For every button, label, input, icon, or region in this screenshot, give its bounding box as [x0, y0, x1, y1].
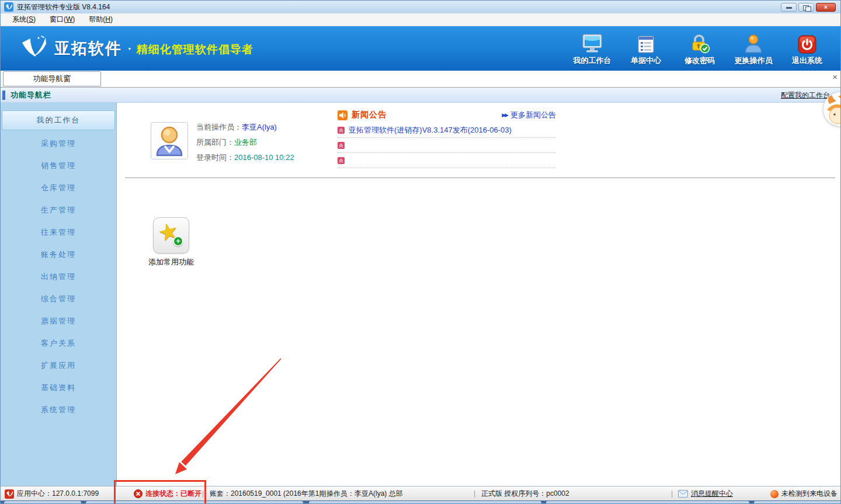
sidebar-item-system[interactable]: 系统管理 — [1, 399, 116, 421]
brand-logo-icon — [20, 36, 47, 61]
avatar-icon — [152, 124, 186, 158]
department-name: 业务部 — [234, 138, 257, 147]
sidebar-item-production[interactable]: 生产管理 — [1, 199, 116, 221]
tab-function-nav[interactable]: 功能导航窗 — [3, 71, 101, 86]
connection-status: 连接状态：已断开 — [145, 486, 201, 501]
device-status-icon — [770, 490, 779, 498]
speaker-icon — [338, 110, 347, 120]
switch-operator-icon — [744, 32, 763, 54]
login-time-row: 登录时间：2016-08-10 10:22 — [196, 150, 294, 165]
section-divider — [125, 178, 835, 178]
nav-bar-title: 功能导航栏 — [11, 90, 51, 100]
window-title: 亚拓管理软件专业版 V8.4.164 — [17, 2, 110, 12]
title-bar: 亚拓管理软件专业版 V8.4.164 × — [1, 1, 840, 13]
separator: | — [319, 486, 321, 501]
document-center-icon — [637, 32, 655, 54]
sidebar-item-comprehensive[interactable]: 综合管理 — [1, 288, 116, 310]
tab-close-icon[interactable]: × — [832, 71, 837, 83]
news-item: 亚拓管理软件(进销存)V8.3.147发布(2016-06-03) — [338, 123, 556, 138]
brand-tagline: 精细化管理软件倡导者 — [137, 40, 253, 57]
device-status: 未检测到来电设备 — [781, 486, 837, 501]
news-item — [338, 138, 556, 153]
news-bullet-icon — [338, 127, 345, 134]
minimize-button[interactable] — [781, 3, 797, 12]
menu-bar: 系统(S) 窗口(W) 帮助(H) — [1, 13, 840, 26]
taskbar-sliver — [1, 500, 840, 504]
separator: | — [671, 486, 673, 501]
taskbar-segment[interactable] — [4, 501, 81, 504]
news-link[interactable]: 亚拓管理软件(进销存)V8.3.147发布(2016-06-03) — [349, 125, 512, 135]
account-set-status: 账套：20160519_0001 (2016年第1期 — [210, 486, 326, 501]
disconnected-icon — [134, 489, 143, 500]
message-center-link[interactable]: 消息提醒中心 — [691, 486, 733, 501]
operator-info: 当前操作员：李亚A(lya) 所属部门：业务部 登录时间：2016-08-10 … — [196, 120, 294, 165]
operator-row: 当前操作员：李亚A(lya) — [196, 120, 294, 135]
double-arrow-icon: ▶▶ — [502, 112, 508, 118]
sidebar-item-accounting[interactable]: 账务处理 — [1, 244, 116, 266]
app-center-status: 应用中心：127.0.0.1:7099 — [17, 486, 99, 501]
sidebar: 我的工作台 采购管理 销售管理 仓库管理 生产管理 往来管理 账务处理 出纳管理… — [1, 103, 117, 486]
taskbar-segment[interactable] — [754, 501, 841, 504]
news-header: 新闻公告 ▶▶ 更多新闻公告 — [338, 107, 556, 123]
operator-status: 操作员：李亚A(lya) 总部 — [326, 486, 403, 501]
separator: | — [202, 486, 204, 501]
change-password-lock-icon — [689, 32, 710, 54]
menu-window[interactable]: 窗口(W) — [44, 13, 81, 26]
news-item — [338, 153, 556, 168]
exit-power-icon — [798, 32, 816, 54]
sidebar-item-contacts[interactable]: 往来管理 — [1, 221, 116, 244]
tool-document-center[interactable]: 单据中心 — [622, 32, 670, 66]
app-center-logo-icon — [5, 489, 14, 500]
tool-exit-system[interactable]: 退出系统 — [783, 32, 831, 66]
login-time: 2016-08-10 10:22 — [234, 153, 294, 162]
close-button[interactable]: × — [816, 3, 836, 12]
envelope-icon — [678, 490, 688, 499]
main-area: 我的工作台 采购管理 销售管理 仓库管理 生产管理 往来管理 账务处理 出纳管理… — [1, 103, 840, 486]
brand: 亚拓软件 · 精细化管理软件倡导者 — [20, 36, 253, 61]
tool-my-workbench[interactable]: 我的工作台 — [568, 32, 616, 66]
sidebar-item-bills[interactable]: 票据管理 — [1, 310, 116, 332]
status-bar: 应用中心：127.0.0.1:7099 连接状态：已断开 | 账套：201605… — [1, 486, 840, 500]
sidebar-item-purchase[interactable]: 采购管理 — [1, 133, 116, 155]
taskbar-segment[interactable] — [86, 501, 303, 504]
tool-switch-operator[interactable]: 更换操作员 — [729, 32, 777, 66]
department-row: 所属部门：业务部 — [196, 135, 294, 150]
menu-system[interactable]: 系统(S) — [6, 13, 41, 26]
operator-name: 李亚A(lya) — [242, 123, 277, 131]
sidebar-item-crm[interactable]: 客户关系 — [1, 332, 116, 354]
sidebar-item-warehouse[interactable]: 仓库管理 — [1, 177, 116, 199]
menu-help[interactable]: 帮助(H) — [83, 13, 119, 26]
news-bullet-icon — [338, 157, 345, 164]
restore-button[interactable] — [798, 3, 814, 12]
header-toolbar: 我的工作台 单据中心 修改密码 更换操作员 — [568, 32, 840, 66]
news-bullet-icon — [338, 142, 345, 149]
sidebar-item-sales[interactable]: 销售管理 — [1, 155, 116, 177]
workspace-content: 当前操作员：李亚A(lya) 所属部门：业务部 登录时间：2016-08-10 … — [117, 103, 840, 486]
plus-badge-icon: + — [173, 236, 183, 246]
tab-strip: 功能导航窗 × — [1, 71, 840, 87]
news-title: 新闻公告 — [352, 110, 387, 120]
add-shortcut-label: 添加常用功能 — [135, 257, 207, 267]
taskbar-segment[interactable] — [309, 501, 541, 504]
application-window: 亚拓管理软件专业版 V8.4.164 × 系统(S) 窗口(W) 帮助(H) 亚… — [0, 0, 841, 504]
operator-avatar — [151, 122, 188, 159]
configure-workbench-link[interactable]: 配置我的工作台 — [781, 91, 830, 100]
brand-name: 亚拓软件 — [54, 38, 122, 59]
sidebar-item-cashier[interactable]: 出纳管理 — [1, 266, 116, 288]
news-panel: 新闻公告 ▶▶ 更多新闻公告 亚拓管理软件(进销存)V8.3.147发布(201… — [338, 107, 556, 168]
separator: | — [474, 486, 475, 501]
more-news-link[interactable]: ▶▶ 更多新闻公告 — [502, 110, 556, 120]
license-status: 正式版 授权序列号：pc0002 — [481, 486, 569, 501]
brand-header: 亚拓软件 · 精细化管理软件倡导者 我的工作台 单据中心 修改密 — [1, 26, 840, 71]
window-controls: × — [781, 3, 840, 12]
sidebar-item-base-data[interactable]: 基础资料 — [1, 377, 116, 399]
tool-change-password[interactable]: 修改密码 — [676, 32, 724, 66]
function-nav-bar: 功能导航栏 配置我的工作台 — [1, 87, 840, 103]
workbench-monitor-icon — [582, 32, 603, 54]
sidebar-item-extensions[interactable]: 扩展应用 — [1, 354, 116, 377]
app-logo-icon — [4, 2, 13, 12]
add-shortcut-button[interactable]: ★ + — [153, 217, 189, 253]
sidebar-item-my-workbench[interactable]: 我的工作台 — [2, 110, 115, 130]
brand-separator: · — [128, 42, 132, 55]
taskbar-segment[interactable] — [546, 501, 749, 504]
